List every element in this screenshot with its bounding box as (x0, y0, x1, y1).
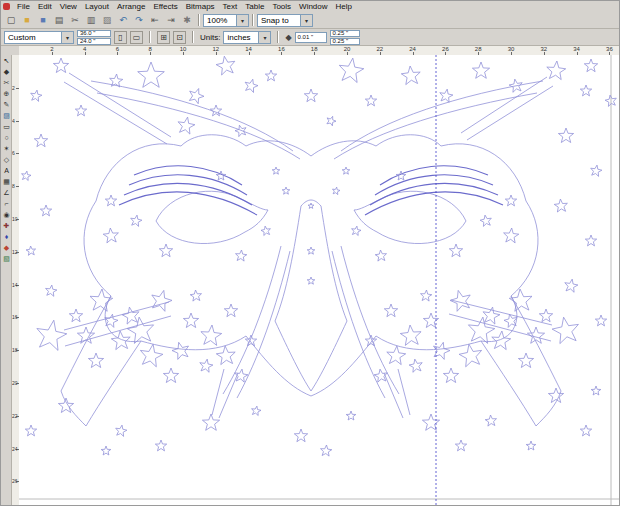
mask-outline-path[interactable] (156, 191, 268, 243)
mask-outline-path[interactable] (536, 391, 561, 426)
shooting-star-trail[interactable] (398, 369, 410, 415)
mask-outline-path[interactable] (341, 246, 399, 394)
ruler-label: 12 (212, 46, 219, 52)
menu-item-view[interactable]: View (56, 2, 81, 12)
nudge-offset-field[interactable]: 0.01 " (295, 32, 327, 43)
shooting-star-trail[interactable] (212, 369, 224, 415)
open-folder-icon[interactable]: ■ (19, 13, 35, 27)
shooting-star-trail[interactable] (451, 300, 552, 325)
ruler-label: 20 (12, 380, 18, 386)
all-pages-button[interactable]: ⊞ (157, 31, 170, 44)
menu-item-effects[interactable]: Effects (149, 2, 181, 12)
crop-tool[interactable]: ✂ (1, 77, 12, 88)
ruler-label: 20 (344, 46, 351, 52)
mask-outline-path[interactable] (223, 246, 281, 394)
mask-outline-path[interactable] (275, 200, 347, 391)
application-launcher-icon[interactable]: ✱ (179, 13, 195, 27)
menu-item-arrange[interactable]: Arrange (113, 2, 149, 12)
menu-item-text[interactable]: Text (219, 2, 242, 12)
mask-outline-path[interactable] (511, 296, 561, 391)
app-window: FileEditViewLayoutArrangeEffectsBitmapsT… (0, 0, 620, 506)
copy-icon[interactable]: ▥ (83, 13, 99, 27)
pick-tool[interactable]: ↖ (1, 55, 12, 66)
units-combo[interactable]: inches ▾ (223, 31, 271, 44)
chevron-down-icon[interactable]: ▾ (258, 32, 270, 43)
eyedropper-tool[interactable]: ✚ (1, 220, 12, 231)
shooting-star-trail[interactable] (219, 373, 238, 418)
ruler-label: 28 (475, 46, 482, 52)
save-icon[interactable]: ■ (35, 13, 51, 27)
basic-shapes-tool[interactable]: ◇ (1, 154, 12, 165)
menu-item-table[interactable]: Table (241, 2, 268, 12)
app-icon (3, 3, 10, 10)
nudge-offset-icon: ◆ (285, 33, 291, 42)
current-page-button[interactable]: ⊡ (173, 31, 186, 44)
toolbar-separator (198, 14, 200, 26)
interactive-fill-tool[interactable]: ▧ (1, 253, 12, 264)
landscape-orientation-button[interactable]: ▭ (130, 31, 143, 44)
outline-pen-tool[interactable]: ♦ (1, 231, 12, 242)
redo-icon[interactable]: ↷ (131, 13, 147, 27)
mask-outline-path[interactable] (481, 341, 536, 426)
menu-item-window[interactable]: Window (295, 2, 331, 12)
chevron-down-icon[interactable]: ▾ (300, 15, 312, 26)
ruler-label: 4 (12, 118, 15, 124)
smart-fill-tool[interactable]: ▨ (1, 110, 12, 121)
duplicate-distance-y-field[interactable]: 0.25 " (330, 38, 360, 45)
shooting-star-trail[interactable] (384, 373, 403, 418)
mask-outline-path[interactable] (332, 251, 385, 398)
star-shapes[interactable] (22, 56, 617, 456)
eyelash-stroke[interactable] (365, 192, 503, 215)
snap-to-combo[interactable]: Snap to ▾ (257, 14, 313, 27)
page-height-field[interactable]: 24.0 " (77, 38, 111, 45)
mask-outline-path[interactable] (237, 251, 290, 398)
import-icon[interactable]: ⇤ (147, 13, 163, 27)
text-tool[interactable]: A (1, 165, 12, 176)
rectangle-tool[interactable]: ▭ (1, 121, 12, 132)
menu-item-file[interactable]: File (13, 2, 34, 12)
ruler-label: 16 (278, 46, 285, 52)
polygon-tool[interactable]: ✶ (1, 143, 12, 154)
menu-item-edit[interactable]: Edit (34, 2, 56, 12)
menu-item-layout[interactable]: Layout (81, 2, 113, 12)
export-icon[interactable]: ⇥ (163, 13, 179, 27)
mask-outline-path[interactable] (86, 341, 141, 426)
page-width-field[interactable]: 36.0 " (77, 30, 111, 37)
dimension-tool[interactable]: ∠ (1, 187, 12, 198)
cut-icon[interactable]: ✂ (67, 13, 83, 27)
fill-tool[interactable]: ◆ (1, 242, 12, 253)
undo-icon[interactable]: ↶ (115, 13, 131, 27)
ellipse-tool[interactable]: ○ (1, 132, 12, 143)
chevron-down-icon[interactable]: ▾ (236, 15, 248, 26)
units-label: Units: (200, 33, 220, 42)
mask-outline-path[interactable] (84, 135, 538, 396)
blend-tool[interactable]: ◉ (1, 209, 12, 220)
connector-tool[interactable]: ⌐ (1, 198, 12, 209)
new-document-icon[interactable]: ▢ (3, 13, 19, 27)
mask-outline-path[interactable] (61, 391, 86, 426)
duplicate-distance-x-field[interactable]: 0.25 " (330, 30, 360, 37)
menu-item-bitmaps[interactable]: Bitmaps (182, 2, 219, 12)
ruler-label: 32 (540, 46, 547, 52)
menu-item-tools[interactable]: Tools (268, 2, 295, 12)
paste-icon[interactable]: ▨ (99, 13, 115, 27)
table-tool[interactable]: ▦ (1, 176, 12, 187)
shooting-star-trail[interactable] (461, 77, 547, 133)
chevron-down-icon[interactable]: ▾ (61, 32, 73, 43)
menu-item-help[interactable]: Help (332, 2, 356, 12)
shooting-star-trail[interactable] (467, 86, 553, 140)
property-bar: Custom ▾ 36.0 " 24.0 " ▯ ▭ ⊞ ⊡ Units: in… (1, 29, 620, 46)
drawing-canvas[interactable] (19, 55, 620, 506)
mask-outline-path[interactable] (354, 191, 466, 243)
ruler-label: 10 (180, 46, 187, 52)
portrait-orientation-button[interactable]: ▯ (114, 31, 127, 44)
eyelash-stroke[interactable] (119, 192, 257, 215)
shooting-star-trail[interactable] (64, 82, 167, 144)
freehand-tool[interactable]: ✎ (1, 99, 12, 110)
zoom-level-combo[interactable]: 100% ▾ (203, 14, 249, 27)
print-icon[interactable]: ▤ (51, 13, 67, 27)
shape-tool[interactable]: ◆ (1, 66, 12, 77)
zoom-tool[interactable]: ⊕ (1, 88, 12, 99)
mask-outline-path[interactable] (61, 296, 111, 391)
page-size-preset-combo[interactable]: Custom ▾ (4, 31, 74, 44)
